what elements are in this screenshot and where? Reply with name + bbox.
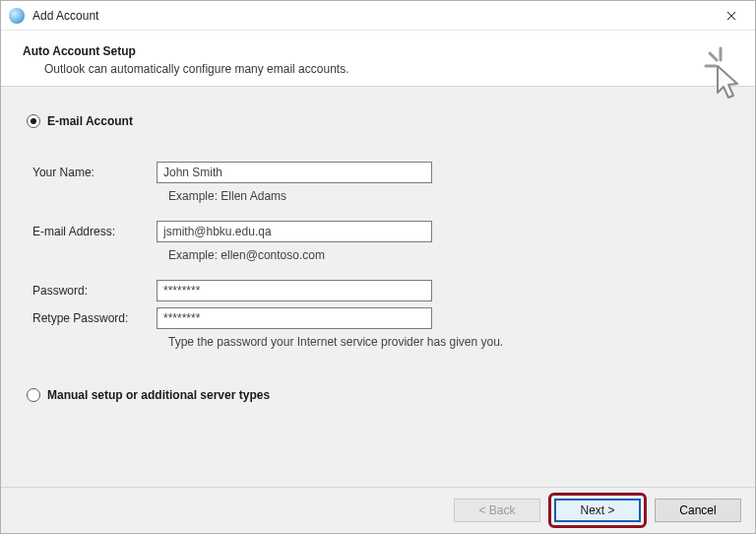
next-highlight: Next >: [548, 493, 647, 528]
password-hint: Type the password your Internet service …: [168, 335, 729, 349]
your-name-input[interactable]: [157, 162, 432, 183]
row-retype: Retype Password:: [32, 307, 729, 329]
body: E-mail Account Your Name: Example: Ellen…: [1, 86, 755, 488]
close-icon: [726, 11, 736, 21]
retype-input[interactable]: [157, 307, 432, 329]
radio-email-account[interactable]: E-mail Account: [27, 114, 729, 128]
header-sub: Outlook can automatically configure many…: [44, 62, 733, 76]
back-button: < Back: [454, 499, 540, 522]
radio-email-label: E-mail Account: [47, 114, 133, 128]
cursor-pointer-icon: [700, 44, 741, 105]
your-name-label: Your Name:: [32, 166, 157, 179]
row-password: Password:: [32, 280, 729, 301]
header: Auto Account Setup Outlook can automatic…: [1, 31, 755, 86]
close-button[interactable]: [710, 2, 753, 30]
footer: < Back Next > Cancel: [1, 488, 755, 533]
email-hint: Example: ellen@contoso.com: [168, 248, 729, 262]
password-input[interactable]: [157, 280, 432, 301]
radio-manual-setup[interactable]: Manual setup or additional server types: [27, 388, 729, 402]
email-input[interactable]: [157, 221, 432, 242]
row-email: E-mail Address:: [32, 221, 729, 242]
radio-manual-label: Manual setup or additional server types: [47, 388, 270, 402]
add-account-dialog: Add Account Auto Account Setup Outlook c…: [0, 0, 756, 534]
app-icon: [9, 8, 25, 24]
titlebar: Add Account: [1, 1, 755, 31]
your-name-hint: Example: Ellen Adams: [168, 189, 729, 203]
radio-icon: [27, 114, 40, 128]
svg-line-2: [710, 53, 717, 60]
form: Your Name: Example: Ellen Adams E-mail A…: [32, 162, 729, 349]
row-your-name: Your Name:: [32, 162, 729, 183]
window-title: Add Account: [32, 9, 710, 23]
password-label: Password:: [32, 284, 157, 298]
cancel-button[interactable]: Cancel: [655, 499, 741, 522]
radio-icon: [27, 388, 40, 402]
email-label: E-mail Address:: [32, 225, 157, 238]
next-button[interactable]: Next >: [554, 499, 641, 522]
header-heading: Auto Account Setup: [23, 44, 733, 58]
retype-label: Retype Password:: [32, 311, 157, 325]
